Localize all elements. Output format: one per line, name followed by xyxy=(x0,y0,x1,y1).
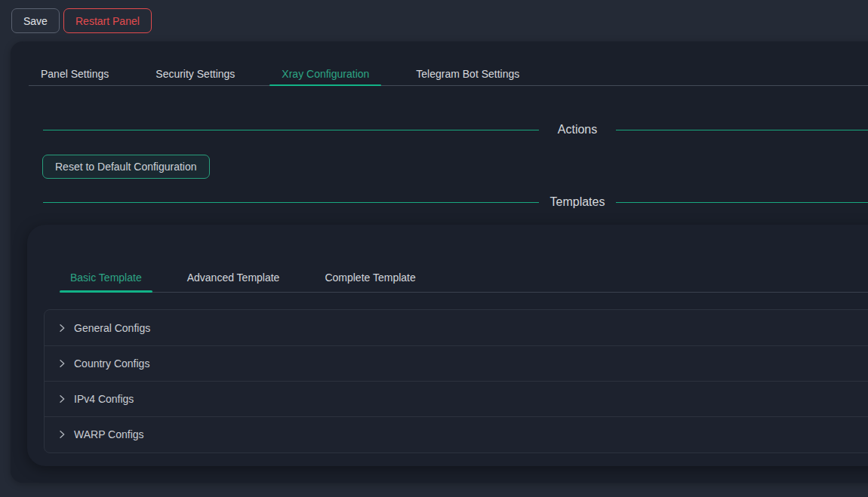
collapse-label: General Configs xyxy=(74,322,150,334)
chevron-right-icon xyxy=(57,430,66,439)
templates-card: Basic Template Advanced Template Complet… xyxy=(27,225,868,466)
collapse-label: Country Configs xyxy=(74,357,149,370)
collapse-label: WARP Configs xyxy=(74,428,144,440)
tab-advanced-template[interactable]: Advanced Template xyxy=(177,270,291,292)
divider-rule xyxy=(616,202,868,203)
chevron-right-icon xyxy=(57,394,66,403)
collapse-header-country-configs[interactable]: Country Configs xyxy=(45,345,868,381)
divider-rule xyxy=(616,130,868,130)
collapse-header-ipv4-configs[interactable]: IPv4 Configs xyxy=(45,381,868,416)
reset-to-default-button[interactable]: Reset to Default Configuration xyxy=(42,155,210,179)
collapse-label: IPv4 Configs xyxy=(74,393,134,405)
templates-divider: Templates xyxy=(43,192,868,213)
tab-panel-settings[interactable]: Panel Settings xyxy=(29,66,121,85)
settings-tabbar: Panel Settings Security Settings Xray Co… xyxy=(29,66,868,86)
configs-collapse-list: General Configs Country Configs IPv4 Con… xyxy=(44,309,868,453)
save-button[interactable]: Save xyxy=(11,8,60,33)
templates-tabbar: Basic Template Advanced Template Complet… xyxy=(60,270,868,293)
actions-divider: Actions xyxy=(43,119,868,140)
settings-card: Panel Settings Security Settings Xray Co… xyxy=(11,41,868,483)
tab-xray-configuration[interactable]: Xray Configuration xyxy=(269,66,381,85)
tab-complete-template[interactable]: Complete Template xyxy=(314,270,426,292)
collapse-header-warp-configs[interactable]: WARP Configs xyxy=(45,416,868,452)
actions-section-title: Actions xyxy=(543,123,611,137)
templates-section-title: Templates xyxy=(543,195,611,209)
restart-panel-button[interactable]: Restart Panel xyxy=(63,8,152,33)
chevron-right-icon xyxy=(57,359,66,368)
collapse-header-general-configs[interactable]: General Configs xyxy=(45,310,868,345)
tab-security-settings[interactable]: Security Settings xyxy=(143,66,247,85)
chevron-right-icon xyxy=(57,324,66,333)
tab-basic-template[interactable]: Basic Template xyxy=(60,270,152,292)
divider-rule xyxy=(43,130,539,130)
divider-rule xyxy=(43,202,539,203)
tab-telegram-bot-settings[interactable]: Telegram Bot Settings xyxy=(404,66,531,85)
